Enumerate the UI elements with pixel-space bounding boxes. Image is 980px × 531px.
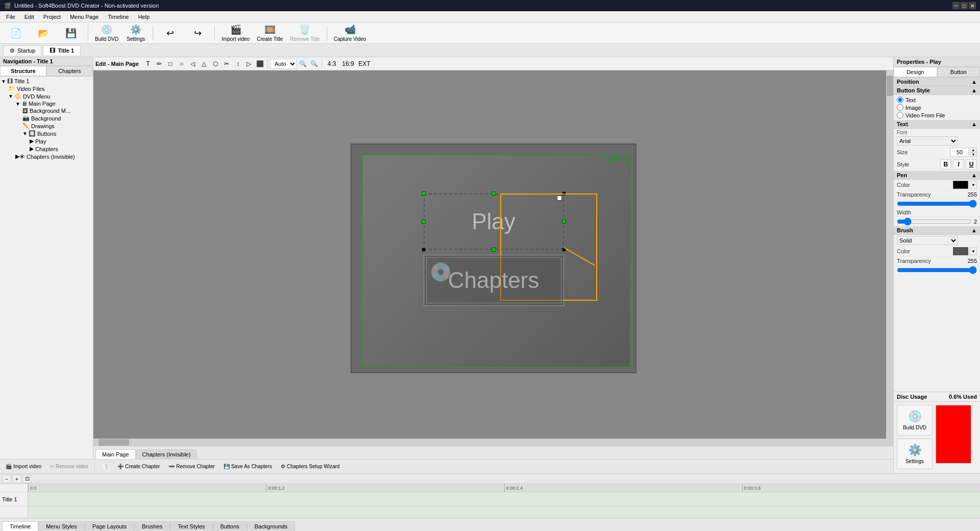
tree-item-background[interactable]: 📷 Background bbox=[1, 114, 92, 122]
size-input[interactable] bbox=[950, 148, 969, 157]
tree-toggle-invisible[interactable]: ▶ bbox=[15, 153, 19, 160]
tree-item-chapters-nav[interactable]: ▶ Chapters bbox=[1, 145, 92, 153]
tl-import-video-btn[interactable]: 🎬 Import video bbox=[2, 462, 45, 471]
build-dvd-button[interactable]: 💿 Build DVD bbox=[92, 24, 121, 42]
view-btn2[interactable]: 16:9 bbox=[340, 59, 356, 69]
new-button[interactable]: 📄 bbox=[3, 24, 29, 42]
button-handle-sq[interactable] bbox=[557, 196, 562, 201]
menu-menupage[interactable]: Menu Page bbox=[66, 13, 103, 21]
view-btn1[interactable]: 4:3 bbox=[324, 59, 339, 69]
canvas-scrollbar-thumb-v[interactable] bbox=[887, 76, 893, 96]
props-tab-button[interactable]: Button bbox=[937, 67, 981, 77]
tl-create-chapter-btn[interactable]: ➕ Create Chapter bbox=[114, 462, 163, 471]
bottom-tab-textstyles[interactable]: Text Styles bbox=[170, 521, 212, 531]
tree-item-play[interactable]: ▶ Play bbox=[1, 137, 92, 145]
aspect-ratio-select[interactable]: Auto 4:3 16:9 bbox=[270, 59, 297, 69]
view-btn3[interactable]: EXT bbox=[357, 59, 372, 69]
tree-item-videofiles[interactable]: 📁 Video Files bbox=[1, 85, 92, 92]
tl-chapters-btn[interactable]: 📑 bbox=[97, 462, 112, 471]
canvas-scrollbar-h[interactable] bbox=[93, 439, 886, 446]
underline-button[interactable]: U bbox=[966, 159, 977, 170]
tab-title1[interactable]: 🎞 Title 1 bbox=[43, 45, 81, 55]
handle-br[interactable] bbox=[562, 248, 566, 252]
bottom-tab-timeline[interactable]: Timeline bbox=[2, 521, 38, 531]
undo-button[interactable]: ↩ bbox=[157, 24, 183, 42]
tool-arrow1[interactable]: ◁ bbox=[188, 59, 198, 69]
canvas-area[interactable]: LCD 4:3 Play bbox=[93, 70, 893, 446]
create-title-button[interactable]: 🎞️ Create Title bbox=[254, 24, 285, 42]
tool-cut[interactable]: ✂ bbox=[222, 59, 232, 69]
bottom-tab-pagelayouts[interactable]: Page Layouts bbox=[85, 521, 134, 531]
disc-settings-button[interactable]: ⚙️ Settings bbox=[897, 439, 933, 469]
tree-item-mainpage[interactable]: ▼ 🖥 Main Page bbox=[1, 100, 92, 107]
radio-videofromfile[interactable]: Video From File bbox=[897, 112, 977, 118]
menu-project[interactable]: Project bbox=[39, 13, 65, 21]
tool-arrow2[interactable]: △ bbox=[199, 59, 209, 69]
tool-play2[interactable]: ▷ bbox=[244, 59, 254, 69]
import-video-button[interactable]: 🎬 Import video bbox=[219, 24, 252, 42]
remove-title-button[interactable]: 🗑️ Remove Title bbox=[287, 24, 322, 42]
handle-tl[interactable] bbox=[422, 191, 426, 196]
tool-flip[interactable]: ↕ bbox=[233, 59, 243, 69]
edit-tab-chapters-invisible[interactable]: Chapters (Invisible) bbox=[136, 449, 198, 459]
menu-edit[interactable]: Edit bbox=[20, 13, 38, 21]
capture-video-button[interactable]: 📹 Capture Video bbox=[331, 24, 369, 42]
canvas-scrollbar-thumb-h[interactable] bbox=[99, 439, 129, 446]
handle-tr[interactable] bbox=[562, 191, 566, 196]
tree-toggle-mainpage[interactable]: ▼ bbox=[15, 101, 20, 107]
tool-fill[interactable]: ⬛ bbox=[255, 59, 265, 69]
radio-image-input[interactable] bbox=[897, 104, 903, 111]
font-select[interactable]: Arial Times New Roman bbox=[897, 136, 958, 146]
bottom-tab-backgrounds[interactable]: Backgrounds bbox=[247, 521, 295, 531]
props-tab-design[interactable]: Design bbox=[894, 67, 937, 77]
close-button[interactable]: ✕ bbox=[969, 2, 976, 9]
nav-tab-chapters[interactable]: Chapters bbox=[46, 66, 93, 76]
tool-polygon[interactable]: ⬡ bbox=[210, 59, 220, 69]
menu-help[interactable]: Help bbox=[134, 13, 154, 21]
tool-rect[interactable]: □ bbox=[165, 59, 176, 69]
tool-ellipse[interactable]: ○ bbox=[177, 59, 187, 69]
nav-tab-structure[interactable]: Structure bbox=[0, 66, 46, 76]
canvas-scrollbar-v[interactable] bbox=[886, 70, 893, 446]
tl-save-chapters-btn[interactable]: 💾 Save As Chapters bbox=[220, 462, 276, 471]
disc-build-dvd-button[interactable]: 💿 Build DVD bbox=[897, 405, 933, 436]
bottom-tab-menustyles[interactable]: Menu Styles bbox=[38, 521, 85, 531]
brush-color-dropdown-btn[interactable]: ▼ bbox=[970, 247, 977, 255]
minimize-button[interactable]: ─ bbox=[952, 2, 960, 9]
italic-button[interactable]: I bbox=[953, 159, 964, 170]
handle-tm[interactable] bbox=[492, 191, 496, 196]
bottom-tab-buttons[interactable]: Buttons bbox=[213, 521, 247, 531]
zoom-out-btn[interactable]: 🔍 bbox=[298, 59, 308, 69]
size-up-btn[interactable]: ▲ bbox=[970, 148, 977, 152]
timeline-tracks[interactable]: 0.0 0:00:1.2 0:00:2.4 0:00:3.6 bbox=[28, 484, 980, 518]
tree-item-backgroundm[interactable]: 🖼 Background M... bbox=[1, 107, 92, 114]
brush-type-select[interactable]: Solid None Gradient bbox=[897, 236, 958, 245]
size-spinner[interactable]: ▲ ▼ bbox=[950, 148, 977, 157]
tree-item-title1[interactable]: ▼ 🎞 Title 1 bbox=[1, 78, 92, 85]
props-section-text[interactable]: Text ▲ bbox=[894, 120, 980, 129]
tool-pencil[interactable]: ✏ bbox=[154, 59, 164, 69]
pen-color-swatch[interactable] bbox=[953, 181, 968, 189]
play-button-element[interactable]: Play bbox=[424, 194, 564, 250]
save-button[interactable]: 💾 bbox=[58, 24, 84, 42]
maximize-button[interactable]: □ bbox=[961, 2, 968, 9]
tl-zoom-in[interactable]: + bbox=[12, 475, 21, 483]
tree-toggle-dvdmenu[interactable]: ▼ bbox=[8, 93, 13, 99]
tree-toggle-buttons[interactable]: ▼ bbox=[22, 131, 28, 136]
props-section-position[interactable]: Position ▲ bbox=[894, 78, 980, 86]
tree-item-dvdmenu[interactable]: ▼ 📀 DVD Menu bbox=[1, 92, 92, 100]
handle-bm[interactable] bbox=[492, 248, 496, 252]
tl-chapters-wizard-btn[interactable]: ⚙ Chapters Setup Wizard bbox=[277, 462, 343, 471]
bold-button[interactable]: B bbox=[940, 159, 951, 170]
radio-video-input[interactable] bbox=[897, 112, 903, 118]
tool-text[interactable]: T bbox=[143, 59, 153, 69]
redo-button[interactable]: ↪ bbox=[185, 24, 210, 42]
handle-ml[interactable] bbox=[422, 220, 426, 224]
props-section-buttonstyle[interactable]: Button Style ▲ bbox=[894, 86, 980, 95]
zoom-in-btn[interactable]: 🔍 bbox=[309, 59, 320, 69]
tree-toggle-title1[interactable]: ▼ bbox=[1, 79, 6, 84]
menu-timeline[interactable]: Timeline bbox=[104, 13, 133, 21]
radio-text[interactable]: Text bbox=[897, 96, 977, 103]
brush-transparency-slider[interactable] bbox=[897, 267, 977, 274]
pen-width-slider[interactable] bbox=[897, 218, 972, 225]
